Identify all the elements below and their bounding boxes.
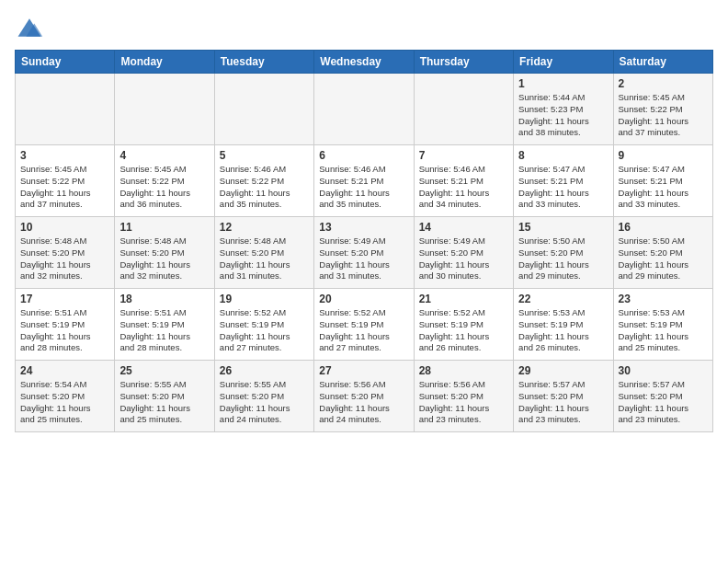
day-number: 12 — [220, 221, 309, 234]
day-info: Sunrise: 5:51 AM Sunset: 5:19 PM Dayligh… — [20, 307, 109, 354]
day-info: Sunrise: 5:45 AM Sunset: 5:22 PM Dayligh… — [619, 92, 708, 139]
logo — [15, 15, 48, 40]
calendar-cell: 13Sunrise: 5:49 AM Sunset: 5:20 PM Dayli… — [314, 217, 414, 289]
day-info: Sunrise: 5:48 AM Sunset: 5:20 PM Dayligh… — [220, 236, 309, 282]
day-info: Sunrise: 5:57 AM Sunset: 5:20 PM Dayligh… — [518, 379, 608, 426]
calendar-cell — [214, 74, 313, 145]
calendar-cell: 26Sunrise: 5:55 AM Sunset: 5:20 PM Dayli… — [214, 361, 313, 432]
calendar-cell: 8Sunrise: 5:47 AM Sunset: 5:21 PM Daylig… — [514, 145, 613, 217]
day-number: 20 — [319, 293, 408, 305]
calendar-cell: 27Sunrise: 5:56 AM Sunset: 5:20 PM Dayli… — [314, 361, 414, 432]
weekday-header-row: SundayMondayTuesdayWednesdayThursdayFrid… — [16, 51, 713, 74]
calendar-cell — [16, 74, 115, 145]
day-number: 26 — [220, 364, 309, 377]
day-number: 27 — [319, 364, 408, 377]
page: SundayMondayTuesdayWednesdayThursdayFrid… — [0, 0, 728, 442]
day-number: 2 — [619, 77, 708, 90]
weekday-header-thursday: Thursday — [414, 51, 513, 74]
calendar-cell: 20Sunrise: 5:52 AM Sunset: 5:19 PM Dayli… — [314, 289, 414, 361]
day-info: Sunrise: 5:51 AM Sunset: 5:19 PM Dayligh… — [119, 307, 209, 354]
calendar-cell: 7Sunrise: 5:46 AM Sunset: 5:21 PM Daylig… — [414, 145, 513, 217]
day-number: 1 — [518, 77, 608, 90]
calendar-cell: 16Sunrise: 5:50 AM Sunset: 5:20 PM Dayli… — [613, 217, 712, 289]
day-info: Sunrise: 5:55 AM Sunset: 5:20 PM Dayligh… — [119, 379, 209, 426]
day-number: 19 — [220, 293, 309, 305]
calendar-cell: 5Sunrise: 5:46 AM Sunset: 5:22 PM Daylig… — [214, 145, 313, 217]
day-info: Sunrise: 5:46 AM Sunset: 5:21 PM Dayligh… — [319, 164, 408, 211]
calendar-cell: 28Sunrise: 5:56 AM Sunset: 5:20 PM Dayli… — [414, 361, 513, 432]
day-info: Sunrise: 5:46 AM Sunset: 5:21 PM Dayligh… — [419, 164, 508, 211]
day-info: Sunrise: 5:44 AM Sunset: 5:23 PM Dayligh… — [518, 92, 608, 139]
calendar-cell: 1Sunrise: 5:44 AM Sunset: 5:23 PM Daylig… — [514, 74, 613, 145]
day-number: 23 — [619, 293, 708, 305]
day-info: Sunrise: 5:49 AM Sunset: 5:20 PM Dayligh… — [419, 236, 508, 282]
day-info: Sunrise: 5:48 AM Sunset: 5:20 PM Dayligh… — [20, 236, 109, 282]
day-number: 11 — [119, 221, 209, 234]
day-info: Sunrise: 5:49 AM Sunset: 5:20 PM Dayligh… — [319, 236, 408, 282]
calendar-cell: 29Sunrise: 5:57 AM Sunset: 5:20 PM Dayli… — [514, 361, 613, 432]
day-info: Sunrise: 5:55 AM Sunset: 5:20 PM Dayligh… — [220, 379, 309, 426]
day-number: 18 — [119, 293, 209, 305]
day-info: Sunrise: 5:54 AM Sunset: 5:20 PM Dayligh… — [20, 379, 109, 426]
calendar-cell: 17Sunrise: 5:51 AM Sunset: 5:19 PM Dayli… — [16, 289, 115, 361]
day-info: Sunrise: 5:47 AM Sunset: 5:21 PM Dayligh… — [619, 164, 708, 211]
day-info: Sunrise: 5:50 AM Sunset: 5:20 PM Dayligh… — [619, 236, 708, 282]
weekday-header-wednesday: Wednesday — [314, 51, 414, 74]
weekday-header-friday: Friday — [514, 51, 613, 74]
calendar-cell — [314, 74, 414, 145]
day-info: Sunrise: 5:52 AM Sunset: 5:19 PM Dayligh… — [319, 307, 408, 354]
day-number: 5 — [220, 149, 309, 162]
logo-icon — [15, 15, 44, 40]
calendar-cell — [115, 74, 214, 145]
day-number: 6 — [319, 149, 408, 162]
calendar-cell: 22Sunrise: 5:53 AM Sunset: 5:19 PM Dayli… — [514, 289, 613, 361]
day-number: 10 — [20, 221, 109, 234]
day-number: 22 — [518, 293, 608, 305]
day-info: Sunrise: 5:56 AM Sunset: 5:20 PM Dayligh… — [319, 379, 408, 426]
day-info: Sunrise: 5:46 AM Sunset: 5:22 PM Dayligh… — [220, 164, 309, 211]
calendar-cell: 10Sunrise: 5:48 AM Sunset: 5:20 PM Dayli… — [16, 217, 115, 289]
day-number: 7 — [419, 149, 508, 162]
header — [15, 15, 713, 40]
calendar-cell: 9Sunrise: 5:47 AM Sunset: 5:21 PM Daylig… — [613, 145, 712, 217]
week-row-2: 3Sunrise: 5:45 AM Sunset: 5:22 PM Daylig… — [16, 145, 713, 217]
weekday-header-saturday: Saturday — [613, 51, 712, 74]
day-number: 16 — [619, 221, 708, 234]
day-info: Sunrise: 5:45 AM Sunset: 5:22 PM Dayligh… — [20, 164, 109, 211]
calendar-cell — [414, 74, 513, 145]
calendar-table: SundayMondayTuesdayWednesdayThursdayFrid… — [15, 50, 713, 432]
calendar-cell: 21Sunrise: 5:52 AM Sunset: 5:19 PM Dayli… — [414, 289, 513, 361]
day-info: Sunrise: 5:56 AM Sunset: 5:20 PM Dayligh… — [419, 379, 508, 426]
day-number: 28 — [419, 364, 508, 377]
day-number: 30 — [619, 364, 708, 377]
day-number: 24 — [20, 364, 109, 377]
calendar-cell: 25Sunrise: 5:55 AM Sunset: 5:20 PM Dayli… — [115, 361, 214, 432]
week-row-4: 17Sunrise: 5:51 AM Sunset: 5:19 PM Dayli… — [16, 289, 713, 361]
calendar-cell: 4Sunrise: 5:45 AM Sunset: 5:22 PM Daylig… — [115, 145, 214, 217]
day-number: 21 — [419, 293, 508, 305]
day-number: 4 — [119, 149, 209, 162]
day-number: 29 — [518, 364, 608, 377]
week-row-1: 1Sunrise: 5:44 AM Sunset: 5:23 PM Daylig… — [16, 74, 713, 145]
calendar-cell: 24Sunrise: 5:54 AM Sunset: 5:20 PM Dayli… — [16, 361, 115, 432]
day-number: 14 — [419, 221, 508, 234]
day-info: Sunrise: 5:50 AM Sunset: 5:20 PM Dayligh… — [518, 236, 608, 282]
day-info: Sunrise: 5:48 AM Sunset: 5:20 PM Dayligh… — [119, 236, 209, 282]
day-number: 9 — [619, 149, 708, 162]
calendar-cell: 30Sunrise: 5:57 AM Sunset: 5:20 PM Dayli… — [613, 361, 712, 432]
calendar-cell: 23Sunrise: 5:53 AM Sunset: 5:19 PM Dayli… — [613, 289, 712, 361]
calendar-cell: 15Sunrise: 5:50 AM Sunset: 5:20 PM Dayli… — [514, 217, 613, 289]
week-row-3: 10Sunrise: 5:48 AM Sunset: 5:20 PM Dayli… — [16, 217, 713, 289]
weekday-header-tuesday: Tuesday — [214, 51, 313, 74]
day-number: 3 — [20, 149, 109, 162]
day-info: Sunrise: 5:57 AM Sunset: 5:20 PM Dayligh… — [619, 379, 708, 426]
calendar-cell: 19Sunrise: 5:52 AM Sunset: 5:19 PM Dayli… — [214, 289, 313, 361]
day-number: 13 — [319, 221, 408, 234]
calendar-cell: 3Sunrise: 5:45 AM Sunset: 5:22 PM Daylig… — [16, 145, 115, 217]
weekday-header-monday: Monday — [115, 51, 214, 74]
day-number: 15 — [518, 221, 608, 234]
calendar-cell: 18Sunrise: 5:51 AM Sunset: 5:19 PM Dayli… — [115, 289, 214, 361]
week-row-5: 24Sunrise: 5:54 AM Sunset: 5:20 PM Dayli… — [16, 361, 713, 432]
day-number: 8 — [518, 149, 608, 162]
calendar-cell: 12Sunrise: 5:48 AM Sunset: 5:20 PM Dayli… — [214, 217, 313, 289]
